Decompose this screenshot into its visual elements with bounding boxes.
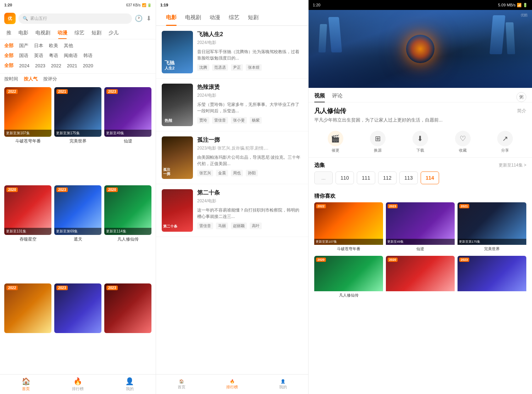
nav-tab-short[interactable]: 短剧 <box>88 27 105 39</box>
movie-info-di20: 第二十条 2024/电影 这一年的不容易谁能懂？自打挂职到市检察院，韩明的槽心事… <box>197 189 303 232</box>
filter-section: 全部 国产 日本 欧美 其他 全部 国语 英语 粤语 闽南语 韩语 全部 202… <box>0 39 156 74</box>
update-badge: 更新至114集 <box>104 228 151 235</box>
home-icon: 🏠 <box>179 379 184 384</box>
filter-2021[interactable]: 2021 <box>67 62 77 69</box>
nav-tab-home[interactable]: 推 <box>3 27 15 39</box>
bottom-profile-p2[interactable]: 👤 我的 <box>257 379 308 390</box>
filter-2022[interactable]: 2022 <box>51 62 61 69</box>
bottom-home-p2[interactable]: 🏠 首页 <box>156 379 207 390</box>
card-extra2[interactable]: 2023 <box>54 283 101 371</box>
history-icon[interactable]: 🕐 <box>135 15 143 22</box>
card-xianni[interactable]: 2023 更新至49集 仙逆 <box>104 87 151 182</box>
filter-cantonese[interactable]: 粤语 <box>49 51 58 60</box>
rec-card-doupocangqiong[interactable]: 2022 更新至第107集 斗破苍穹年番 <box>314 202 383 252</box>
bottom-rank-p1[interactable]: 🔥 排行榜 <box>52 377 104 392</box>
action-huanyuan[interactable]: ⊞ 换源 <box>370 131 386 153</box>
filter-japan[interactable]: 日本 <box>34 41 43 50</box>
cast-tag: 贾玲 <box>197 117 209 124</box>
rec-card-wanmei[interactable]: 2021 更新至第175集 完美世界 <box>458 202 526 252</box>
rank-label: 排行榜 <box>72 386 84 392</box>
share-bubble-icon[interactable]: 粥 <box>516 92 526 102</box>
nav-tab-tv[interactable]: 电视剧 <box>32 27 54 39</box>
card-fanren[interactable]: 2020 更新至114集 凡人修仙传 <box>104 185 151 281</box>
tab-comment[interactable]: 评论 <box>332 92 343 102</box>
poster-image: 孤注一掷 <box>162 136 193 179</box>
filter-all-region[interactable]: 全部 <box>4 41 13 50</box>
filter-western[interactable]: 欧美 <box>49 41 58 50</box>
search-input-wrap[interactable]: 🔍 雾山五行 <box>18 13 132 24</box>
movie-desc: 乐莹（贾玲饰）宅家多年，无所事事。大学毕业工作了一段时间后，乐莹选... <box>197 101 303 114</box>
share-action-icon: ↗ <box>497 131 513 146</box>
episode-114[interactable]: 114 <box>421 171 439 184</box>
bottom-profile-p1[interactable]: 👤 我的 <box>104 377 156 392</box>
network-p1: 637 KB/s 📶 🔋 <box>126 3 151 7</box>
filter-korean[interactable]: 韩语 <box>83 51 93 60</box>
movie-poster-reila: 热辣 <box>162 84 193 126</box>
filter-english[interactable]: 英语 <box>34 51 43 60</box>
nav-tab-anime[interactable]: 动漫 <box>54 27 71 39</box>
sort-popularity[interactable]: 按人气 <box>24 76 38 82</box>
filter-mandarin[interactable]: 国语 <box>19 51 28 60</box>
bottom-rank-p2[interactable]: 🔥 排行榜 <box>207 379 257 390</box>
app-logo: 优 <box>4 13 16 24</box>
p2-tab-movie[interactable]: 电影 <box>162 10 181 25</box>
download-icon[interactable]: ⬇ <box>146 15 151 22</box>
sort-time[interactable]: 按时间 <box>4 76 18 82</box>
nav-tab-kids[interactable]: 少儿 <box>105 27 122 39</box>
nav-tab-variety[interactable]: 综艺 <box>71 27 88 39</box>
card-extra3[interactable]: 2023 <box>104 283 151 371</box>
movie-item-reila[interactable]: 热辣 热辣滚烫 2024/电影 乐莹（贾玲饰）宅家多年，无所事事。大学毕业工作了… <box>156 79 308 131</box>
more-rec-2[interactable]: 2020 <box>386 256 455 298</box>
nav-tab-movie[interactable]: 电影 <box>15 27 32 39</box>
p2-tab-short[interactable]: 短剧 <box>244 10 263 25</box>
recommend-section-title: 猜你喜欢 <box>314 193 336 199</box>
intro-button[interactable]: 简介 <box>517 108 526 114</box>
bottom-home-p1[interactable]: 🏠 首页 <box>0 377 52 392</box>
p2-tab-tv[interactable]: 电视剧 <box>181 10 205 25</box>
recommend-grid: 2022 更新至第107集 斗破苍穹年番 2023 更新至49集 仙逆 2021… <box>309 202 532 256</box>
movie-item-di20[interactable]: 第二十条 第二十条 2024/电影 这一年的不容易谁能懂？自打挂职到市检察院，韩… <box>156 184 308 237</box>
card-tunshi[interactable]: 2020 更新至131集 吞噬星空 <box>4 185 51 281</box>
panel-anime-browse: 1:20 637 KB/s 📶 🔋 优 🔍 雾山五行 🕐 ⬇ 推 电影 电视剧 … <box>0 0 156 394</box>
action-cuigeng[interactable]: 🎬 催更 <box>328 131 343 153</box>
filter-hokkien[interactable]: 闽南语 <box>64 51 78 60</box>
action-download[interactable]: ⬇ 下载 <box>412 131 428 153</box>
video-watermark: 优酷 <box>521 13 528 18</box>
huanyuan-label: 换源 <box>374 148 382 153</box>
movie-item-feichi[interactable]: 飞驰 人生2 飞驰人生2 2024/电影 昔日冠军车手张驰（沈腾饰）沦为落魄驾校… <box>156 26 308 79</box>
card-yutian[interactable]: 2023 更新至第69集 遮天 <box>54 185 101 281</box>
card-extra1[interactable]: 2022 <box>4 283 51 371</box>
movie-title: 飞驰人生2 <box>197 31 303 38</box>
filter-all-year[interactable]: 全部 <box>4 61 13 70</box>
movie-poster-feichi: 飞驰 人生2 <box>162 31 193 73</box>
more-rec-3[interactable]: 2023 <box>458 256 526 298</box>
action-share[interactable]: ↗ 分享 <box>497 131 513 153</box>
episode-dots[interactable]: ... <box>314 171 333 184</box>
action-collect[interactable]: ♡ 收藏 <box>455 131 471 153</box>
movie-item-guzhu[interactable]: 孤注一掷 孤注一掷 2023/电影 张艺兴,反诈骗,犯罪,剧情,... 由美国帕… <box>156 131 308 184</box>
episode-113[interactable]: 113 <box>399 171 418 184</box>
filter-all-lang[interactable]: 全部 <box>4 51 13 60</box>
content-grid: 2022 更新至第107集 斗破苍穹年番 2021 更新至第175集 完美世界 … <box>0 84 156 374</box>
p2-tab-variety[interactable]: 综艺 <box>225 10 244 25</box>
episode-110[interactable]: 110 <box>336 171 354 184</box>
video-player[interactable]: 优酷 <box>309 10 532 88</box>
card-doupocangqiong[interactable]: 2022 更新至第107集 斗破苍穹年番 <box>4 87 51 182</box>
episode-112[interactable]: 112 <box>378 171 397 184</box>
year-badge: 2020 <box>6 187 18 192</box>
filter-2020[interactable]: 2020 <box>83 62 93 69</box>
sort-rating[interactable]: 按评分 <box>43 76 57 82</box>
more-rec-fanren[interactable]: 2020 凡人修仙传 <box>314 256 383 298</box>
cast-tag: 范丞丞 <box>212 64 228 71</box>
filter-2024[interactable]: 2024 <box>19 62 29 69</box>
filter-other[interactable]: 其他 <box>64 41 73 50</box>
filter-2023[interactable]: 2023 <box>35 62 45 69</box>
episode-more-link[interactable]: 更新至114集 > <box>499 162 526 168</box>
tab-video[interactable]: 视频 <box>314 92 325 102</box>
time-p1: 1:20 <box>4 3 12 7</box>
episode-111[interactable]: 111 <box>357 171 375 184</box>
card-wanmei[interactable]: 2021 更新至第175集 完美世界 <box>54 87 101 182</box>
rec-card-xianni[interactable]: 2023 更新至49集 仙逆 <box>386 202 455 252</box>
filter-domestic[interactable]: 国产 <box>19 41 28 50</box>
p2-tab-anime[interactable]: 动漫 <box>205 10 225 25</box>
